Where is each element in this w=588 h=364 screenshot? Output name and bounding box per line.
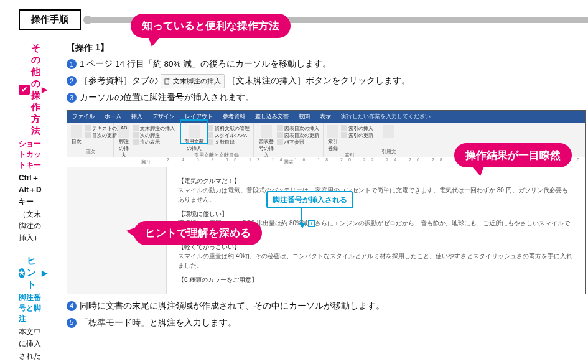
step-1: 11 ページ 14 行目「約 80% 減」の後ろにカーソルを移動します。 [67,57,586,72]
callout-convenient-ops: 知っていると便利な操作方法 [131,14,291,38]
ref-tab-highlight [180,119,208,144]
step-5: 5「標準モード時」と脚注を入力します。 [67,316,586,330]
other-operations-block: ✔ その他の操作方法▶ ショートカットキー Ctrl＋Alt＋D キー （文末脚… [19,42,47,244]
svg-text:ab: ab [167,78,169,80]
insert-tof-button[interactable]: 図表目次の挿入 [277,125,319,132]
shortcut-key-desc: Ctrl＋Alt＋D キー （文末脚注の挿入） [19,172,47,244]
step-number-icon: 3 [67,93,77,103]
section-title: 操作手順 [19,9,81,30]
tab-file[interactable]: ファイル [67,113,100,121]
ribbon-tabs: ファイル ホーム 挿入 デザイン レイアウト 参考資料 差し込み文書 校閲 表示… [67,111,585,123]
doc-heading-2: 【環境に優しい】 [178,209,574,218]
tab-design[interactable]: デザイン [147,113,180,121]
annotation-footnote-inserted: 脚注番号が挿入される [266,191,353,208]
insert-endnote-button-inline: ab 文末脚注の挿入 [161,74,225,88]
mark-index-button[interactable]: 索引登録 [327,125,338,152]
hint-desc: 本文中に挿入された脚注番号をポイントすると、対応する脚注の文章がツールチップ形式… [19,326,47,364]
tell-me-field[interactable]: 実行したい作業を入力してください [336,113,436,121]
shortcut-key-title: ショートカットキー [19,139,47,170]
tab-review[interactable]: 校閲 [294,113,315,121]
step-3: 3カーソルの位置に脚注番号が挿入されます。 [67,91,586,105]
next-footnote-button[interactable]: 次の脚注 [133,132,175,139]
tab-view[interactable]: 表示 [315,113,336,121]
sidebar: ✔ その他の操作方法▶ ショートカットキー Ctrl＋Alt＋D キー （文末脚… [0,42,55,364]
step-2: 2 ［参考資料］タブの ab 文末脚注の挿入 ［文末脚注の挿入］ボタンをクリック… [67,74,586,88]
insert-endnote-button[interactable]: 文末脚注の挿入 [133,125,175,132]
callout-hint-understand: ヒントで理解を深める [134,221,262,245]
tab-references[interactable]: 参考資料 [218,113,250,121]
star-icon: ★ [19,268,25,278]
insert-footnote-button[interactable]: AB脚注の挿入 [118,125,130,159]
operation-heading: 【操作 1】 [67,42,586,54]
doc-heading-4: 【6 種類のカラーをご用意】 [178,275,574,284]
section-header: 操作手順 [19,9,588,30]
inserted-endnote-marker[interactable]: i [308,220,315,227]
doc-heading-1: 【電気のクルマだ！】 [178,176,574,185]
callout-result-visible: 操作結果が一目瞭然 [454,143,572,167]
update-tof-button[interactable]: 図表目次の更新 [277,132,319,139]
tab-insert[interactable]: 挿入 [126,113,147,121]
toc-button[interactable]: 目次 [71,125,82,145]
step-number-icon: 4 [67,301,77,311]
main-column: 【操作 1】 11 ページ 14 行目「約 80% 減」の後ろにカーソルを移動し… [55,42,588,364]
insert-index-button[interactable]: 索引の挿入 [341,125,373,132]
other-operations-badge: ✔ その他の操作方法▶ [19,42,47,137]
update-index-button[interactable]: 索引の更新 [341,132,373,139]
clock-icon: ✔ [19,85,30,95]
hint-subtitle: 脚注番号と脚注 [19,292,47,324]
tab-home[interactable]: ホーム [100,113,126,121]
step-number-icon: 2 [67,76,77,86]
endnote-icon: ab [164,78,171,85]
chevron-right-icon: ▶ [42,269,47,278]
step-number-icon: 1 [67,59,77,69]
tab-mailings[interactable]: 差し込み文書 [250,113,294,121]
style-select[interactable]: スタイル: APA [207,132,250,139]
hint-block: ★ ヒント▶ 脚注番号と脚注 本文中に挿入された脚注番号をポイントすると、対応す… [19,255,47,364]
bibliography-button[interactable]: 文献目録 [207,139,250,146]
cross-ref-button[interactable]: 相互参照 [277,139,319,146]
chevron-right-icon: ▶ [42,85,47,94]
show-notes-button[interactable]: 注の表示 [133,139,175,146]
insert-caption-button[interactable]: 図表番号の挿入 [258,125,274,159]
hint-badge: ★ ヒント▶ [19,255,47,291]
word-screenshot: ファイル ホーム 挿入 デザイン レイアウト 参考資料 差し込み文書 校閲 表示… [67,110,586,294]
step-number-icon: 5 [67,318,77,328]
manage-sources-button[interactable]: 資料文献の管理 [207,125,250,132]
step-4: 4同時に文書の末尾に脚注領域が作成されて、その中にカーソルが移動します。 [67,299,586,314]
